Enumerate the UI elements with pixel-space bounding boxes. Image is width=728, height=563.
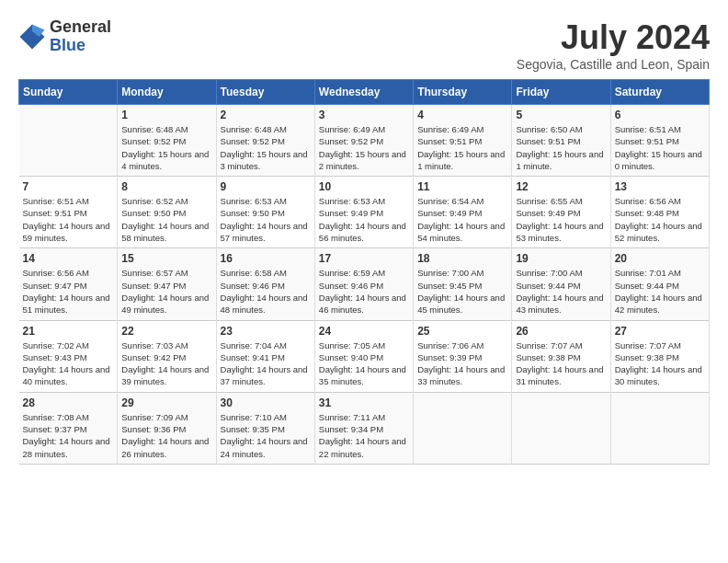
day-number: 24 [319, 325, 409, 338]
day-number: 8 [121, 180, 211, 193]
day-number: 20 [615, 252, 705, 265]
logo-icon [18, 23, 46, 51]
day-info: Sunrise: 7:07 AMSunset: 9:38 PMDaylight:… [516, 339, 606, 388]
day-number: 6 [615, 109, 705, 121]
day-number: 5 [516, 109, 606, 121]
calendar-cell: 25Sunrise: 7:06 AMSunset: 9:39 PMDayligh… [414, 320, 512, 392]
calendar-cell [414, 392, 512, 464]
calendar-cell: 11Sunrise: 6:54 AMSunset: 9:49 PMDayligh… [414, 177, 512, 248]
calendar-cell: 6Sunrise: 6:51 AMSunset: 9:51 PMDaylight… [610, 105, 709, 177]
calendar-cell: 9Sunrise: 6:53 AMSunset: 9:50 PMDaylight… [216, 177, 314, 248]
day-number: 7 [23, 180, 114, 193]
header-monday: Monday [118, 80, 216, 105]
day-info: Sunrise: 7:05 AMSunset: 9:40 PMDaylight:… [319, 339, 409, 388]
calendar-cell: 2Sunrise: 6:48 AMSunset: 9:52 PMDaylight… [216, 105, 314, 177]
calendar-cell: 4Sunrise: 6:49 AMSunset: 9:51 PMDaylight… [414, 105, 512, 177]
calendar-cell [512, 392, 610, 464]
day-info: Sunrise: 7:01 AMSunset: 9:44 PMDaylight:… [615, 267, 705, 316]
calendar-header-row: Sunday Monday Tuesday Wednesday Thursday… [19, 80, 710, 105]
day-info: Sunrise: 7:00 AMSunset: 9:45 PMDaylight:… [417, 267, 507, 316]
day-info: Sunrise: 6:56 AMSunset: 9:48 PMDaylight:… [615, 195, 705, 244]
day-number: 13 [615, 180, 705, 193]
day-number: 28 [23, 396, 114, 409]
calendar-cell: 10Sunrise: 6:53 AMSunset: 9:49 PMDayligh… [314, 177, 413, 248]
calendar-cell [610, 392, 709, 464]
day-info: Sunrise: 6:48 AMSunset: 9:52 PMDaylight:… [221, 123, 311, 172]
day-info: Sunrise: 6:51 AMSunset: 9:51 PMDaylight:… [615, 123, 705, 172]
day-number: 22 [121, 325, 211, 338]
calendar-cell: 8Sunrise: 6:52 AMSunset: 9:50 PMDaylight… [118, 177, 216, 248]
day-info: Sunrise: 6:52 AMSunset: 9:50 PMDaylight:… [121, 195, 211, 244]
day-number: 18 [417, 252, 507, 265]
logo-general: General [50, 18, 111, 37]
header-friday: Friday [512, 80, 610, 105]
day-number: 25 [417, 325, 507, 338]
calendar-cell: 28Sunrise: 7:08 AMSunset: 9:37 PMDayligh… [19, 392, 118, 464]
title-area: July 2024 Segovia, Castille and Leon, Sp… [517, 18, 710, 72]
day-number: 29 [121, 396, 211, 409]
calendar-cell: 13Sunrise: 6:56 AMSunset: 9:48 PMDayligh… [610, 177, 709, 248]
calendar-week-row: 14Sunrise: 6:56 AMSunset: 9:47 PMDayligh… [19, 248, 710, 320]
day-number: 21 [23, 325, 114, 338]
header-thursday: Thursday [414, 80, 512, 105]
calendar-cell: 17Sunrise: 6:59 AMSunset: 9:46 PMDayligh… [314, 248, 413, 320]
logo-text: General Blue [50, 18, 111, 55]
page-container: General Blue July 2024 Segovia, Castille… [18, 18, 710, 465]
header-sunday: Sunday [19, 80, 118, 105]
day-number: 19 [516, 252, 606, 265]
calendar-cell: 31Sunrise: 7:11 AMSunset: 9:34 PMDayligh… [314, 392, 413, 464]
calendar-cell: 21Sunrise: 7:02 AMSunset: 9:43 PMDayligh… [19, 320, 118, 392]
day-info: Sunrise: 6:50 AMSunset: 9:51 PMDaylight:… [516, 123, 606, 172]
day-number: 4 [417, 109, 507, 121]
calendar-week-row: 21Sunrise: 7:02 AMSunset: 9:43 PMDayligh… [19, 320, 710, 392]
calendar-cell: 7Sunrise: 6:51 AMSunset: 9:51 PMDaylight… [19, 177, 118, 248]
day-number: 2 [221, 109, 311, 121]
calendar-cell: 19Sunrise: 7:00 AMSunset: 9:44 PMDayligh… [512, 248, 610, 320]
day-info: Sunrise: 7:09 AMSunset: 9:36 PMDaylight:… [121, 411, 211, 460]
calendar-cell: 12Sunrise: 6:55 AMSunset: 9:49 PMDayligh… [512, 177, 610, 248]
calendar-week-row: 7Sunrise: 6:51 AMSunset: 9:51 PMDaylight… [19, 177, 710, 248]
day-info: Sunrise: 7:04 AMSunset: 9:41 PMDaylight:… [221, 339, 311, 388]
calendar-cell: 15Sunrise: 6:57 AMSunset: 9:47 PMDayligh… [118, 248, 216, 320]
day-info: Sunrise: 7:08 AMSunset: 9:37 PMDaylight:… [23, 411, 114, 460]
month-title: July 2024 [517, 18, 710, 57]
day-info: Sunrise: 6:59 AMSunset: 9:46 PMDaylight:… [319, 267, 409, 316]
calendar-week-row: 28Sunrise: 7:08 AMSunset: 9:37 PMDayligh… [19, 392, 710, 464]
day-info: Sunrise: 6:48 AMSunset: 9:52 PMDaylight:… [121, 123, 211, 172]
calendar-week-row: 1Sunrise: 6:48 AMSunset: 9:52 PMDaylight… [19, 105, 710, 177]
day-number: 9 [221, 180, 311, 193]
calendar-cell: 3Sunrise: 6:49 AMSunset: 9:52 PMDaylight… [314, 105, 413, 177]
day-info: Sunrise: 6:53 AMSunset: 9:49 PMDaylight:… [319, 195, 409, 244]
calendar-cell: 27Sunrise: 7:07 AMSunset: 9:38 PMDayligh… [610, 320, 709, 392]
day-info: Sunrise: 6:53 AMSunset: 9:50 PMDaylight:… [221, 195, 311, 244]
logo-blue: Blue [50, 37, 111, 55]
day-info: Sunrise: 7:11 AMSunset: 9:34 PMDaylight:… [319, 411, 409, 460]
day-number: 15 [121, 252, 211, 265]
day-number: 3 [319, 109, 409, 121]
calendar-cell: 23Sunrise: 7:04 AMSunset: 9:41 PMDayligh… [216, 320, 314, 392]
day-info: Sunrise: 6:51 AMSunset: 9:51 PMDaylight:… [23, 195, 114, 244]
calendar-cell: 22Sunrise: 7:03 AMSunset: 9:42 PMDayligh… [118, 320, 216, 392]
day-info: Sunrise: 6:55 AMSunset: 9:49 PMDaylight:… [516, 195, 606, 244]
calendar-table: Sunday Monday Tuesday Wednesday Thursday… [18, 79, 710, 465]
calendar-cell: 14Sunrise: 6:56 AMSunset: 9:47 PMDayligh… [19, 248, 118, 320]
day-info: Sunrise: 7:07 AMSunset: 9:38 PMDaylight:… [615, 339, 705, 388]
day-number: 14 [23, 252, 114, 265]
calendar-cell: 18Sunrise: 7:00 AMSunset: 9:45 PMDayligh… [414, 248, 512, 320]
day-info: Sunrise: 7:02 AMSunset: 9:43 PMDaylight:… [23, 339, 114, 388]
day-number: 23 [221, 325, 311, 338]
day-number: 26 [516, 325, 606, 338]
day-number: 16 [221, 252, 311, 265]
day-info: Sunrise: 7:00 AMSunset: 9:44 PMDaylight:… [516, 267, 606, 316]
header-saturday: Saturday [610, 80, 709, 105]
calendar-cell: 16Sunrise: 6:58 AMSunset: 9:46 PMDayligh… [216, 248, 314, 320]
calendar-cell [19, 105, 118, 177]
day-info: Sunrise: 6:49 AMSunset: 9:51 PMDaylight:… [417, 123, 507, 172]
day-info: Sunrise: 6:58 AMSunset: 9:46 PMDaylight:… [221, 267, 311, 316]
calendar-cell: 26Sunrise: 7:07 AMSunset: 9:38 PMDayligh… [512, 320, 610, 392]
logo: General Blue [18, 18, 111, 55]
header-tuesday: Tuesday [216, 80, 314, 105]
day-number: 30 [221, 396, 311, 409]
location: Segovia, Castille and Leon, Spain [517, 57, 710, 72]
day-info: Sunrise: 6:54 AMSunset: 9:49 PMDaylight:… [417, 195, 507, 244]
